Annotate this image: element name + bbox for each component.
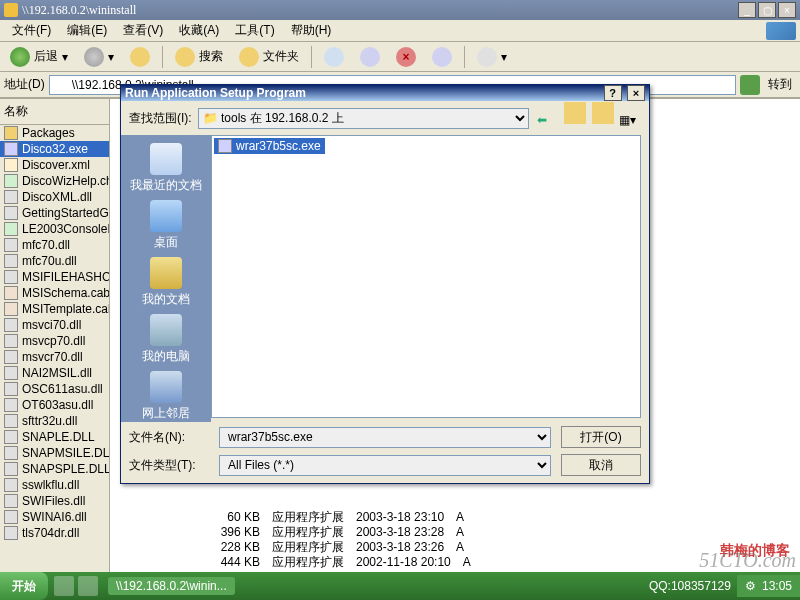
list-item[interactable]: mfc70.dll — [0, 237, 109, 253]
dialog-help-button[interactable]: ? — [604, 85, 622, 101]
delete-button[interactable]: × — [390, 45, 422, 69]
list-item[interactable]: OSC611asu.dll — [0, 381, 109, 397]
back-icon — [10, 47, 30, 67]
file-icon — [4, 318, 18, 332]
list-item[interactable]: OT603asu.dll — [0, 397, 109, 413]
back-button[interactable]: 后退 ▾ — [4, 45, 74, 69]
file-icon — [4, 206, 18, 220]
delete-icon: × — [396, 47, 416, 67]
search-button[interactable]: 搜索 — [169, 45, 229, 69]
system-tray[interactable]: ⚙ 13:05 — [737, 575, 800, 597]
minimize-button[interactable]: _ — [738, 2, 756, 18]
dialog-views-icon[interactable]: ▦▾ — [619, 113, 641, 135]
file-open-dialog: Run Application Setup Program ? × 查找范围(I… — [120, 84, 650, 484]
up-button[interactable] — [124, 45, 156, 69]
place-network[interactable]: 网上邻居 — [142, 371, 190, 422]
copy-button[interactable] — [354, 45, 386, 69]
list-item[interactable]: Packages — [0, 125, 109, 141]
list-item[interactable]: msvcr70.dll — [0, 349, 109, 365]
file-icon — [4, 526, 18, 540]
list-item[interactable]: SNAPLE.DLL — [0, 429, 109, 445]
file-icon — [4, 334, 18, 348]
menu-edit[interactable]: 编辑(E) — [59, 20, 115, 41]
cancel-button[interactable]: 取消 — [561, 454, 641, 476]
lookin-dropdown[interactable]: 📁 tools 在 192.168.0.2 上 — [198, 108, 529, 129]
close-button[interactable]: × — [778, 2, 796, 18]
menu-help[interactable]: 帮助(H) — [283, 20, 340, 41]
list-item[interactable]: NAI2MSIL.dll — [0, 365, 109, 381]
filetype-dropdown[interactable]: All Files (*.*) — [219, 455, 551, 476]
file-icon — [4, 366, 18, 380]
go-icon[interactable] — [740, 75, 760, 95]
xp-flag-icon — [766, 22, 796, 40]
move-button[interactable] — [318, 45, 350, 69]
tray-icon[interactable]: ⚙ — [745, 579, 756, 593]
file-icon — [4, 398, 18, 412]
address-label: 地址(D) — [4, 76, 45, 93]
folders-button[interactable]: 文件夹 — [233, 45, 305, 69]
dialog-file-list[interactable]: wrar37b5sc.exe — [211, 135, 641, 418]
list-item[interactable]: tls704dr.dll — [0, 525, 109, 541]
list-item[interactable]: MSIFILEHASHCONSO — [0, 269, 109, 285]
menu-tools[interactable]: 工具(T) — [227, 20, 282, 41]
list-item[interactable]: SNAPSPLE.DLL — [0, 461, 109, 477]
list-item[interactable]: MSISchema.cab — [0, 285, 109, 301]
computer-icon — [150, 314, 182, 346]
dialog-up-icon[interactable] — [564, 102, 586, 124]
clock: 13:05 — [762, 579, 792, 593]
menu-favorites[interactable]: 收藏(A) — [171, 20, 227, 41]
menubar: 文件(F) 编辑(E) 查看(V) 收藏(A) 工具(T) 帮助(H) — [0, 20, 800, 42]
list-item[interactable]: DiscoWizHelp.chm — [0, 173, 109, 189]
file-icon — [4, 302, 18, 316]
undo-icon — [432, 47, 452, 67]
views-button[interactable]: ▾ — [471, 45, 513, 69]
list-item[interactable]: sswlkflu.dll — [0, 477, 109, 493]
file-icon — [4, 254, 18, 268]
ql-ie-icon[interactable] — [54, 576, 74, 596]
up-icon — [130, 47, 150, 67]
list-item[interactable]: LE2003ConsoleHel — [0, 221, 109, 237]
dialog-close-button[interactable]: × — [627, 85, 645, 101]
file-icon — [4, 462, 18, 476]
place-computer[interactable]: 我的电脑 — [142, 314, 190, 365]
list-item[interactable]: sfttr32u.dll — [0, 413, 109, 429]
goto-label[interactable]: 转到 — [764, 76, 796, 93]
forward-button[interactable]: ▾ — [78, 45, 120, 69]
list-item[interactable]: msvci70.dll — [0, 317, 109, 333]
list-item[interactable]: MSITemplate.cab — [0, 301, 109, 317]
list-item[interactable]: SWIFiles.dll — [0, 493, 109, 509]
maximize-button[interactable]: ▢ — [758, 2, 776, 18]
place-desktop[interactable]: 桌面 — [150, 200, 182, 251]
file-icon — [4, 446, 18, 460]
column-header-name[interactable]: 名称 — [0, 99, 109, 125]
menu-file[interactable]: 文件(F) — [4, 20, 59, 41]
list-item[interactable]: SNAPMSILE.DLL — [0, 445, 109, 461]
file-icon — [4, 478, 18, 492]
file-list: PackagesDisco32.exeDiscover.xmlDiscoWizH… — [0, 125, 109, 541]
list-item[interactable]: DiscoXML.dll — [0, 189, 109, 205]
open-button[interactable]: 打开(O) — [561, 426, 641, 448]
list-item[interactable]: SWINAI6.dll — [0, 509, 109, 525]
menu-view[interactable]: 查看(V) — [115, 20, 171, 41]
dialog-title: Run Application Setup Program — [125, 86, 602, 100]
views-icon — [477, 47, 497, 67]
dialog-titlebar[interactable]: Run Application Setup Program ? × — [121, 85, 649, 101]
list-item[interactable]: wrar37b5sc.exe — [214, 138, 325, 154]
list-item[interactable]: Discover.xml — [0, 157, 109, 173]
place-recent[interactable]: 我最近的文档 — [130, 143, 202, 194]
list-item[interactable]: GettingStartedGu — [0, 205, 109, 221]
taskbar-item[interactable]: \\192.168.0.2\winin... — [108, 577, 235, 595]
filename-input[interactable]: wrar37b5sc.exe — [219, 427, 551, 448]
ql-desktop-icon[interactable] — [78, 576, 98, 596]
list-item[interactable]: Disco32.exe — [0, 141, 109, 157]
dialog-newfolder-icon[interactable] — [592, 102, 614, 124]
dialog-back-icon[interactable]: ⬅ — [537, 113, 559, 135]
places-bar: 我最近的文档 桌面 我的文档 我的电脑 网上邻居 — [121, 135, 211, 422]
list-item[interactable]: msvcp70.dll — [0, 333, 109, 349]
detail-rows: 60 KB应用程序扩展2003-3-18 23:10A396 KB应用程序扩展2… — [200, 510, 471, 570]
place-documents[interactable]: 我的文档 — [142, 257, 190, 308]
list-item[interactable]: mfc70u.dll — [0, 253, 109, 269]
undo-button[interactable] — [426, 45, 458, 69]
start-button[interactable]: 开始 — [0, 572, 48, 600]
explorer-titlebar: \\192.168.0.2\wininstall _ ▢ × — [0, 0, 800, 20]
